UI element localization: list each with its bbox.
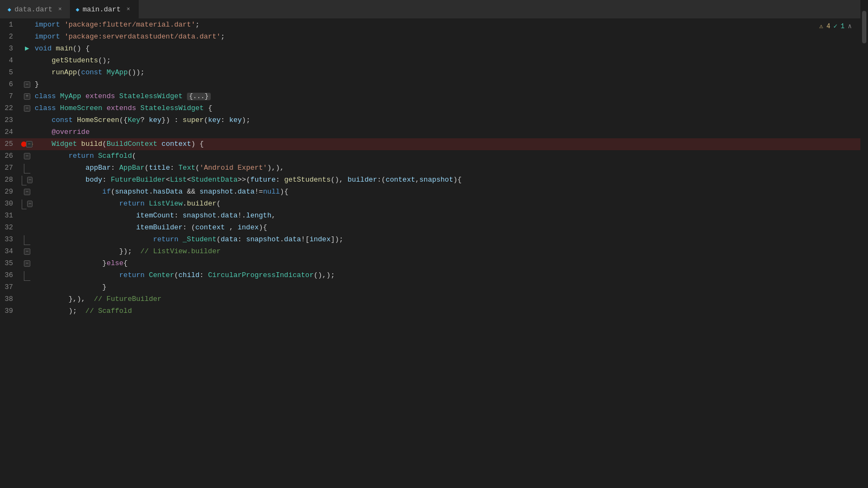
fold-button-30[interactable]: −	[27, 201, 33, 207]
line-num-29: 29	[0, 186, 22, 198]
code-content-29: if(snapshot.hasData && snapshot.data!=nu…	[33, 186, 868, 198]
gutter-icon-25[interactable]: −	[22, 138, 33, 150]
gutter-icon-7[interactable]: +	[22, 91, 33, 102]
check-count: 1	[841, 23, 845, 30]
code-line-39: 39 ); // Scaffold	[0, 305, 868, 317]
code-content-26: return Scaffold(	[33, 150, 868, 162]
code-line-1: 1 import 'package:flutter/material.dart'…	[0, 19, 868, 31]
fold-button-26[interactable]: −	[24, 153, 30, 159]
editor-area: ⚠ 4 ✓ 1 ∧ 1 import 'package:flutter/mate…	[0, 19, 868, 488]
code-line-4: 4 getStudents();	[0, 55, 868, 67]
code-content-39: ); // Scaffold	[33, 305, 868, 317]
code-line-30: 30 − return ListView.builder(	[0, 198, 868, 210]
code-content-30: return ListView.builder(	[33, 198, 868, 210]
code-content-1: import 'package:flutter/material.dart';	[33, 19, 868, 31]
tab-label: data.dart	[15, 5, 53, 14]
line-num-35: 35	[0, 258, 22, 269]
gutter-icon-22[interactable]: −	[22, 102, 33, 114]
check-icon: ✓	[833, 22, 837, 30]
fold-button-25[interactable]: −	[26, 141, 33, 147]
code-line-35: 35 − }else{	[0, 258, 868, 269]
line-num-5: 5	[0, 67, 22, 79]
code-content-6: }	[33, 79, 868, 91]
scrollbar-track[interactable]	[860, 19, 868, 488]
code-content-33: return _Student(data: snapshot.data![ind…	[33, 234, 868, 246]
line-num-3: 3	[0, 43, 22, 55]
gutter-icon-30[interactable]: −	[22, 198, 33, 210]
code-content-27: appBar: AppBar(title: Text('Android Expe…	[33, 162, 868, 174]
tab-label-active: main.dart	[82, 5, 120, 14]
tab-main-dart[interactable]: ◆ main.dart ×	[70, 0, 139, 19]
tab-data-dart[interactable]: ◆ data.dart ×	[2, 0, 70, 19]
fold-button-29[interactable]: −	[24, 189, 30, 195]
code-content-37: }	[33, 281, 868, 293]
code-content-35: }else{	[33, 258, 868, 269]
code-content-2: import 'package:serverdatastudent/data.d…	[33, 31, 868, 43]
code-content-28: body: FutureBuilder<List<StudentData>>(f…	[33, 174, 868, 186]
l-corner-27	[24, 164, 30, 174]
run-button-3[interactable]: ▶	[25, 43, 29, 55]
l-corner-36	[24, 271, 30, 281]
line-num-30: 30	[0, 198, 22, 210]
fold-button-34[interactable]: −	[24, 248, 30, 255]
warning-icon: ⚠	[819, 22, 823, 30]
gutter-icon-37	[22, 281, 33, 293]
line-num-4: 4	[0, 55, 22, 67]
code-line-5: 5 runApp(const MyApp());	[0, 67, 868, 79]
tab-file-icon: ◆	[8, 6, 11, 13]
fold-button-6[interactable]: −	[24, 81, 30, 88]
gutter-icon-2	[22, 31, 33, 43]
gutter-icon-28[interactable]: −	[22, 174, 33, 186]
gutter-icon-26[interactable]: −	[22, 150, 33, 162]
code-line-26: 26 − return Scaffold(	[0, 150, 868, 162]
gutter-icon-6[interactable]: −	[22, 79, 33, 91]
gutter-icon-4	[22, 55, 33, 67]
code-line-36: 36 return Center(child: CircularProgress…	[0, 269, 868, 281]
line-num-22: 22	[0, 102, 22, 114]
code-line-32: 32 itemBuilder: (context , index){	[0, 222, 868, 234]
line-num-6: 6	[0, 79, 22, 91]
line-num-2: 2	[0, 31, 22, 43]
fold-button-28[interactable]: −	[27, 177, 33, 183]
gutter-icon-29[interactable]: −	[22, 186, 33, 198]
code-line-38: 38 },), // FutureBuilder	[0, 293, 868, 305]
gutter-icon-39	[22, 305, 33, 317]
code-content-24: @override	[33, 126, 868, 138]
gutter-icon-33	[22, 234, 33, 246]
code-line-27: 27 appBar: AppBar(title: Text('Android E…	[0, 162, 868, 174]
line-num-28: 28	[0, 174, 22, 186]
tab-file-icon-active: ◆	[76, 6, 80, 13]
line-num-23: 23	[0, 114, 22, 126]
tab-close[interactable]: ×	[56, 5, 64, 14]
l-corner-28	[22, 176, 27, 185]
code-line-22: 22 − class HomeScreen extends StatelessW…	[0, 102, 868, 114]
collapse-icon[interactable]: ∧	[848, 22, 852, 30]
gutter-icon-31	[22, 210, 33, 222]
gutter-icon-32	[22, 222, 33, 234]
line-num-27: 27	[0, 162, 22, 174]
line-num-39: 39	[0, 305, 22, 317]
code-line-7: 7 + class MyApp extends StatelessWidget …	[0, 91, 868, 102]
line-num-24: 24	[0, 126, 22, 138]
fold-button-22[interactable]: −	[24, 105, 30, 112]
code-content-31: itemCount: snapshot.data!.length,	[33, 210, 868, 222]
code-line-6: 6 − }	[0, 79, 868, 91]
line-num-7: 7	[0, 91, 22, 102]
scrollbar-thumb[interactable]	[862, 19, 866, 43]
code-line-31: 31 itemCount: snapshot.data!.length,	[0, 210, 868, 222]
code-content-32: itemBuilder: (context , index){	[33, 222, 868, 234]
gutter-icon-3[interactable]: ▶	[22, 43, 33, 55]
gutter-icon-35[interactable]: −	[22, 258, 33, 269]
code-line-28: 28 − body: FutureBuilder<List<StudentDat…	[0, 174, 868, 186]
fold-button-35[interactable]: −	[24, 260, 30, 267]
line-num-38: 38	[0, 293, 22, 305]
tab-close-active[interactable]: ×	[124, 5, 133, 14]
code-content-3: void main() {	[33, 43, 868, 55]
gutter-icon-5	[22, 67, 33, 79]
code-area[interactable]: ⚠ 4 ✓ 1 ∧ 1 import 'package:flutter/mate…	[0, 19, 868, 488]
fold-button-7[interactable]: +	[24, 93, 30, 100]
tab-bar: ◆ data.dart × ◆ main.dart ×	[0, 0, 868, 19]
code-line-29: 29 − if(snapshot.hasData && snapshot.dat…	[0, 186, 868, 198]
code-content-36: return Center(child: CircularProgressInd…	[33, 269, 868, 281]
code-content-38: },), // FutureBuilder	[33, 293, 868, 305]
